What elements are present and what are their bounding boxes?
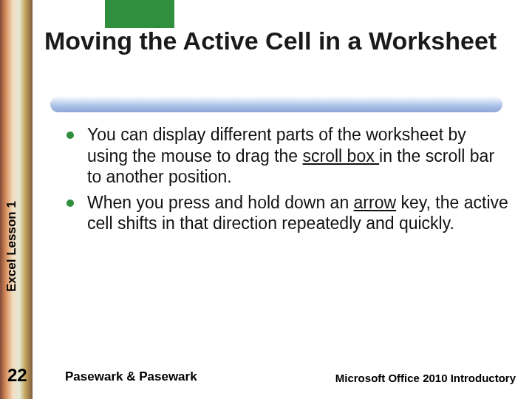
decorative-left-strip [0,0,33,399]
page-number: 22 [7,365,27,386]
bullet-item: When you press and hold down an arrow ke… [66,192,510,234]
slide: Moving the Active Cell in a Worksheet Yo… [0,0,532,399]
bullet-item: You can display different parts of the w… [66,124,510,188]
bullet-text-underline: arrow [354,193,397,212]
bullet-text-pre: When you press and hold down an [87,193,354,212]
sidebar-label: Excel Lesson 1 [4,201,19,292]
decorative-green-block [105,0,174,28]
footer-left: Pasewark & Pasewark [65,369,197,384]
slide-title: Moving the Active Cell in a Worksheet [44,27,510,55]
accent-bar [50,96,502,112]
footer-right: Microsoft Office 2010 Introductory [335,372,516,384]
title-area: Moving the Active Cell in a Worksheet [44,27,510,55]
bullet-text-underline: scroll box [303,146,380,166]
body-bullet-list: You can display different parts of the w… [66,124,510,239]
